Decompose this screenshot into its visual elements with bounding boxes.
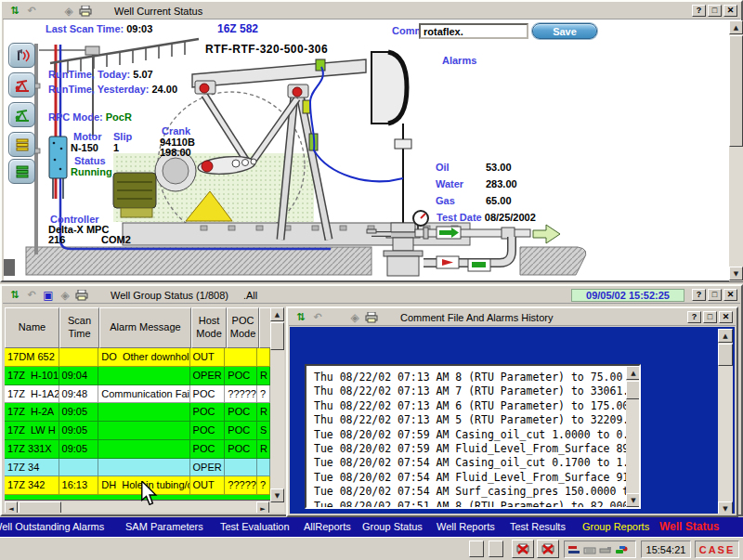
menu-item[interactable]: Well Reports bbox=[437, 521, 495, 532]
last-scan-value: 09:03 bbox=[126, 23, 152, 34]
table-row[interactable]: 17Z H-2A09:05POCPOCR bbox=[5, 403, 270, 422]
refresh-icon[interactable]: ⇅ bbox=[8, 289, 21, 301]
cell-name: 17Z H-101T bbox=[5, 367, 59, 385]
group-window-titlebar[interactable]: ⇅ ↶ ▣ ◈ Well Group Status (1/808) .All 0… bbox=[3, 287, 740, 304]
menu-item[interactable]: Well Outstanding Alarms bbox=[0, 521, 104, 532]
cell-scan: 09:05 bbox=[59, 422, 99, 440]
cell-poc: POC bbox=[225, 440, 257, 459]
cell-poc bbox=[225, 459, 257, 477]
menu-item[interactable]: Well Status bbox=[659, 520, 719, 533]
history-line: Tue 08/20/02 07:54 AM Surf_casing_pres 1… bbox=[306, 485, 639, 499]
cell-name: 17Z 331X bbox=[5, 440, 59, 459]
column-header[interactable]: Name bbox=[5, 307, 59, 348]
cell-alarm bbox=[98, 403, 189, 422]
scroll-down-button[interactable]: ▼ bbox=[729, 267, 743, 280]
well-window-titlebar[interactable]: ⇅ ↶ ◈ Well Current Status ? □ ✕ bbox=[3, 3, 740, 20]
well-off-button[interactable] bbox=[8, 72, 35, 98]
undo-icon[interactable]: ↶ bbox=[311, 311, 324, 323]
scroll-down-button[interactable]: ▼ bbox=[270, 488, 284, 502]
table-row[interactable]: 17Z H-101T09:04OPERPOCR bbox=[5, 367, 270, 385]
reports-yellow-button[interactable] bbox=[8, 132, 35, 157]
reports-green-button[interactable] bbox=[8, 159, 35, 184]
scroll-thumb[interactable] bbox=[626, 381, 641, 399]
help-button[interactable]: ? bbox=[687, 311, 701, 323]
taskbar-button[interactable] bbox=[469, 540, 484, 557]
help-button[interactable]: ? bbox=[692, 289, 706, 301]
cell-extra: R bbox=[257, 367, 270, 385]
cell-extra: S bbox=[257, 422, 270, 440]
scroll-thumb[interactable] bbox=[19, 501, 61, 513]
pump-unit-label: RTF-RTF-320-500-306 bbox=[205, 43, 328, 56]
scroll-right-button[interactable]: ► bbox=[256, 501, 269, 513]
table-row[interactable]: 17Z 34216:13DH Hole in tubing/cOUT??????… bbox=[5, 476, 270, 495]
modem-tray-icon[interactable] bbox=[567, 544, 580, 555]
printer-icon[interactable] bbox=[79, 5, 92, 17]
undo-icon[interactable]: ↶ bbox=[25, 289, 38, 301]
table-row[interactable]: 17DM 652DO Other downholeOUT bbox=[5, 348, 270, 367]
scroll-thumb[interactable] bbox=[270, 322, 284, 350]
menu-item[interactable]: SAM Parameters bbox=[125, 521, 203, 532]
table-row[interactable]: 17Z 34OPER bbox=[5, 459, 270, 477]
printer-error-button[interactable] bbox=[512, 540, 534, 558]
close-button[interactable]: ✕ bbox=[719, 311, 733, 323]
crank-label: Crank bbox=[162, 125, 190, 137]
printer-error-button[interactable] bbox=[537, 540, 559, 558]
menu-item[interactable]: Group Status bbox=[362, 521, 423, 532]
window-title: Comment File And Alarms History bbox=[400, 312, 553, 323]
scan-well-button[interactable] bbox=[8, 43, 35, 68]
well-on-button[interactable] bbox=[8, 102, 35, 127]
column-header[interactable]: Host Mode bbox=[191, 307, 227, 348]
motor-value: N-150 bbox=[71, 142, 98, 153]
grid-view-icon[interactable]: ▣ bbox=[42, 289, 55, 301]
scroll-thumb[interactable] bbox=[718, 344, 733, 366]
scroll-up-button[interactable]: ▲ bbox=[729, 20, 743, 34]
cell-name: 17Z H-2A bbox=[5, 403, 59, 422]
taskbar-button[interactable] bbox=[489, 540, 503, 557]
scroll-up-button[interactable]: ▲ bbox=[718, 329, 733, 343]
close-button[interactable]: ✕ bbox=[723, 5, 737, 17]
help-button[interactable]: ? bbox=[692, 5, 706, 17]
history-line: Thu 08/22/02 07:13 AM 5 (RTU Parameter) … bbox=[306, 413, 639, 427]
undo-icon[interactable]: ↶ bbox=[25, 5, 38, 17]
printer-icon[interactable] bbox=[75, 289, 88, 301]
close-button[interactable]: ✕ bbox=[723, 289, 737, 301]
menu-item[interactable]: Test Results bbox=[510, 521, 566, 532]
column-header[interactable]: Scan Time bbox=[59, 307, 99, 348]
refresh-icon[interactable]: ⇅ bbox=[294, 311, 307, 323]
comment-input[interactable] bbox=[419, 23, 528, 39]
slip-value: 1 bbox=[113, 142, 119, 153]
column-header[interactable]: Alarm Message bbox=[99, 307, 191, 348]
water-label: Water bbox=[436, 178, 463, 189]
refresh-icon[interactable]: ⇅ bbox=[8, 5, 21, 17]
scroll-left-button[interactable]: ◄ bbox=[5, 501, 18, 513]
table-row[interactable]: 17Z LW H 109:05POCPOCS bbox=[5, 422, 270, 440]
column-header[interactable]: POC Mode bbox=[227, 307, 259, 348]
table-row[interactable]: 17Z H-1A209:48Communication FailPOC?????… bbox=[5, 385, 270, 404]
table-row[interactable]: 17Z 331X09:05POCPOCR bbox=[5, 440, 270, 459]
menu-item[interactable]: AllReports bbox=[304, 521, 351, 532]
history-text-area[interactable]: Thu 08/22/02 07:13 AM 8 (RTU Parameter) … bbox=[305, 364, 641, 509]
save-button[interactable]: Save bbox=[532, 23, 597, 39]
menu-item[interactable]: Test Evaluation bbox=[220, 521, 290, 532]
scroll-down-button[interactable]: ▼ bbox=[626, 493, 641, 507]
network-tray-icon[interactable] bbox=[615, 544, 628, 555]
printer-icon[interactable] bbox=[365, 311, 378, 323]
history-line: Tue 08/20/02 07:54 AM Casing_oil_cut 0.1… bbox=[306, 456, 639, 470]
menu-item[interactable]: Group Reports bbox=[582, 521, 649, 532]
maximize-button[interactable]: □ bbox=[708, 5, 722, 17]
tag-icon[interactable]: ◈ bbox=[348, 311, 361, 323]
table-header[interactable]: NameScan TimeAlarm MessageHost ModePOC M… bbox=[5, 307, 272, 348]
scroll-down-button[interactable]: ▼ bbox=[718, 501, 733, 514]
tag-icon[interactable]: ◈ bbox=[62, 5, 75, 17]
scroll-up-button[interactable]: ▲ bbox=[626, 366, 641, 380]
scroll-thumb[interactable] bbox=[729, 35, 743, 147]
maximize-button[interactable]: □ bbox=[708, 289, 722, 301]
device-tray-icon[interactable] bbox=[599, 544, 612, 555]
scroll-up-button[interactable]: ▲ bbox=[270, 307, 284, 321]
keyboard-tray-icon[interactable] bbox=[583, 544, 596, 555]
tag-icon[interactable]: ◈ bbox=[59, 289, 72, 301]
maximize-button[interactable]: □ bbox=[703, 311, 717, 323]
history-window-titlebar[interactable]: ⇅ ↶ ◈ Comment File And Alarms History ? … bbox=[289, 309, 736, 326]
oil-label: Oil bbox=[436, 162, 450, 173]
cell-extra: ? bbox=[257, 476, 270, 495]
